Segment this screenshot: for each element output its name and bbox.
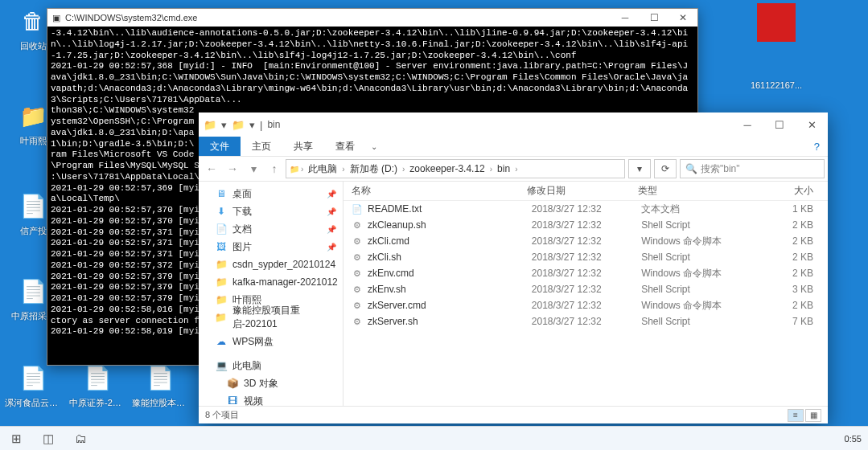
explorer-sidebar: 🖥桌面📌⬇下载📌📄文档📌🖼图片📌📁csdn_sypder_20210124📁ka…: [199, 182, 343, 406]
ribbon-help-icon[interactable]: ?: [806, 137, 828, 156]
explorer-close-button[interactable]: ✕: [796, 112, 828, 137]
desktop-icon-glyph: 📄: [17, 362, 49, 394]
sidebar-item[interactable]: 📄文档📌: [199, 220, 343, 238]
header-name[interactable]: 名称: [343, 184, 519, 198]
sidebar-item-icon: 📄: [215, 223, 228, 235]
nav-recent-button[interactable]: ▾: [244, 159, 263, 178]
file-date: 2018/3/27 12:32: [524, 203, 633, 215]
pin-icon: 📌: [327, 207, 336, 216]
explorer-minimize-button[interactable]: ─: [731, 112, 763, 137]
sidebar-item-icon: 📁: [215, 259, 228, 270]
cmd-minimize-button[interactable]: ─: [611, 9, 640, 27]
desktop-icon-glyph: 🗑: [17, 5, 49, 37]
file-icon: ⚙: [352, 300, 363, 311]
desktop-icon-label: 豫能控股本周计划.xmind: [132, 397, 188, 409]
breadcrumb-item[interactable]: bin: [494, 163, 513, 174]
sidebar-item[interactable]: 📁csdn_sypder_20210124: [199, 256, 343, 273]
start-button[interactable]: ⊞: [0, 427, 32, 451]
column-headers[interactable]: 名称 修改日期 类型 大小: [343, 182, 828, 201]
file-size: 7 KB: [759, 316, 828, 327]
folder-icon: 📁: [290, 165, 299, 174]
ribbon-expand-icon[interactable]: ⌄: [366, 137, 382, 156]
sidebar-item-icon: 🖼: [215, 241, 228, 252]
ribbon-tab-view[interactable]: 查看: [324, 137, 366, 156]
explorer-titlebar[interactable]: 📁 ▾ 📁 ▾ | bin ─ ☐ ✕: [199, 112, 828, 137]
sidebar-item-label: csdn_sypder_20210124: [232, 259, 335, 270]
sidebar-item-icon: 🎞: [226, 395, 239, 406]
explorer-maximize-button[interactable]: ☐: [763, 112, 796, 137]
cmd-maximize-button[interactable]: ☐: [640, 9, 668, 27]
file-size: 1 KB: [759, 203, 828, 215]
file-row[interactable]: ⚙zkCleanup.sh 2018/3/27 12:32 Shell Scri…: [343, 217, 828, 233]
desktop-icon-label: 漯河食品云相关+解决方案: [5, 397, 61, 409]
ribbon-tab-home[interactable]: 主页: [241, 137, 282, 156]
sidebar-item[interactable]: 📁豫能控股项目重启-202101: [199, 309, 343, 326]
file-date: 2018/3/27 12:32: [524, 284, 633, 295]
status-text: 8 个项目: [205, 409, 239, 421]
search-icon: 🔍: [685, 163, 697, 174]
file-name: zkServer.sh: [368, 316, 418, 327]
desktop-icon-label: 161122167...: [748, 80, 804, 90]
file-row[interactable]: ⚙zkCli.cmd 2018/3/27 12:32 Windows 命令脚本 …: [343, 233, 828, 249]
header-size[interactable]: 大小: [755, 184, 828, 198]
nav-forward-button[interactable]: →: [223, 159, 242, 178]
view-icons-button[interactable]: ▦: [805, 409, 821, 422]
address-bar[interactable]: 📁›此电脑›新加卷 (D:)›zookeeper-3.4.12›bin›: [286, 159, 625, 178]
sidebar-item[interactable]: ⬇下载📌: [199, 202, 343, 220]
taskbar-app[interactable]: 🗂: [64, 427, 97, 451]
search-input[interactable]: 🔍 搜索"bin": [680, 159, 825, 178]
sidebar-item[interactable]: 📁kafka-manager-2021012: [199, 273, 343, 291]
explorer-ribbon: 文件 主页 共享 查看 ⌄ ?: [199, 137, 828, 156]
sidebar-item[interactable]: 📦3D 对象: [199, 374, 343, 392]
file-type: Windows 命令脚本: [633, 299, 759, 313]
file-row[interactable]: ⚙zkEnv.cmd 2018/3/27 12:32 Windows 命令脚本 …: [343, 265, 828, 281]
file-name: zkCleanup.sh: [368, 219, 426, 231]
cmd-close-button[interactable]: ✕: [668, 9, 697, 27]
folder-icon: 📁: [204, 119, 216, 131]
desktop-icon[interactable]: 📄豫能控股本周计划.xmind: [132, 362, 188, 409]
address-dropdown-button[interactable]: ▾: [628, 159, 651, 178]
refresh-button[interactable]: ⟳: [654, 159, 677, 178]
desktop-icon[interactable]: 161122167...: [748, 45, 804, 90]
nav-back-button[interactable]: ←: [202, 159, 221, 178]
file-type: Shell Script: [633, 252, 759, 263]
file-row[interactable]: ⚙zkServer.sh 2018/3/27 12:32 Shell Scrip…: [343, 313, 828, 329]
file-icon: ⚙: [352, 268, 363, 279]
sidebar-item-label: 视频: [244, 395, 263, 407]
file-row[interactable]: ⚙zkEnv.sh 2018/3/27 12:32 Shell Script 3…: [343, 281, 828, 297]
breadcrumb-item[interactable]: 此电脑: [305, 162, 340, 176]
sidebar-item-wps[interactable]: ☁WPS网盘: [199, 333, 343, 350]
file-name: zkEnv.sh: [368, 284, 406, 295]
nav-up-button[interactable]: ↑: [265, 159, 284, 178]
explorer-window[interactable]: 📁 ▾ 📁 ▾ | bin ─ ☐ ✕ 文件 主页 共享 查看 ⌄ ? ← → …: [199, 112, 828, 423]
breadcrumb-item[interactable]: zookeeper-3.4.12: [406, 163, 487, 174]
sidebar-item-label: 桌面: [232, 187, 252, 201]
chevron-right-icon: ›: [515, 165, 517, 174]
file-row[interactable]: 📄README.txt 2018/3/27 12:32 文本文档 1 KB: [343, 201, 828, 217]
cmd-title-text: C:\WINDOWS\system32\cmd.exe: [65, 13, 611, 22]
desktop-icon-glyph: 📄: [17, 275, 49, 307]
file-type: Shell Script: [633, 219, 759, 231]
ribbon-tab-file[interactable]: 文件: [199, 137, 241, 156]
desktop-icon[interactable]: 📄漯河食品云相关+解决方案: [5, 362, 61, 409]
sidebar-item[interactable]: 🖥桌面📌: [199, 185, 343, 202]
sidebar-item[interactable]: 🖼图片📌: [199, 238, 343, 256]
sidebar-item-icon: ⬇: [215, 206, 228, 217]
view-details-button[interactable]: ≡: [788, 409, 804, 422]
file-row[interactable]: ⚙zkServer.cmd 2018/3/27 12:32 Windows 命令…: [343, 297, 828, 313]
sidebar-item[interactable]: 🎞视频: [199, 392, 343, 406]
ribbon-tab-share[interactable]: 共享: [282, 137, 324, 156]
dropdown-icon[interactable]: ▾: [221, 119, 227, 131]
file-row[interactable]: ⚙zkCli.sh 2018/3/27 12:32 Shell Script 2…: [343, 249, 828, 265]
taskview-button[interactable]: ◫: [32, 427, 64, 451]
taskbar-clock[interactable]: 0:55: [838, 434, 868, 444]
desktop-icon-glyph: 📁: [17, 100, 49, 132]
breadcrumb-item[interactable]: 新加卷 (D:): [347, 162, 401, 176]
taskbar[interactable]: ⊞ ◫ 🗂 0:55: [0, 426, 868, 450]
sidebar-item-thispc[interactable]: 💻此电脑: [199, 357, 343, 374]
header-type[interactable]: 类型: [630, 184, 755, 198]
cmd-titlebar[interactable]: ▣ C:\WINDOWS\system32\cmd.exe ─ ☐ ✕: [47, 9, 697, 27]
file-type: Shell Script: [633, 316, 759, 327]
desktop-icon[interactable]: 📄中原证券-20200118...: [69, 362, 125, 409]
header-date[interactable]: 修改日期: [519, 184, 629, 198]
